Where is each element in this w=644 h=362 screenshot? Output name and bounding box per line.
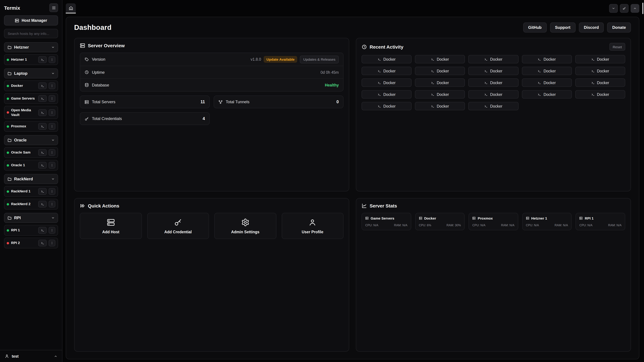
recent-activity-item[interactable]: Docker <box>415 90 465 98</box>
recent-activity-item[interactable]: Docker <box>362 55 412 63</box>
scrollbar-thumb[interactable] <box>642 3 643 14</box>
host-manager-button[interactable]: Host Manager <box>4 15 58 25</box>
header-nav-button[interactable]: GitHub <box>523 22 546 32</box>
host-terminal-button[interactable] <box>38 227 46 234</box>
chevron-down-icon[interactable] <box>51 45 55 49</box>
host-item[interactable]: RPI 1 <box>4 225 58 236</box>
host-item[interactable]: Oracle Sam <box>4 147 58 158</box>
terminal-icon <box>41 111 44 114</box>
terminal-icon <box>431 81 434 84</box>
tab-scroll-down-button[interactable] <box>609 4 618 13</box>
terminal-icon <box>378 93 381 96</box>
host-terminal-button[interactable] <box>38 162 46 169</box>
host-item[interactable]: RPI 2 <box>4 238 58 249</box>
host-kebab-menu-button[interactable] <box>49 56 55 63</box>
recent-activity-item[interactable]: Docker <box>362 90 412 98</box>
host-kebab-menu-button[interactable] <box>49 123 55 130</box>
tab-home[interactable] <box>66 3 76 13</box>
host-item[interactable]: Game Servers <box>4 93 58 104</box>
host-item[interactable]: Open Media Vault <box>4 106 58 119</box>
header-nav-button[interactable]: Support <box>550 22 576 32</box>
tab-scroll-up-button[interactable] <box>630 4 639 13</box>
recent-activity-item[interactable]: Docker <box>362 102 412 110</box>
host-item[interactable]: RackNerd 2 <box>4 199 58 210</box>
host-item[interactable]: Docker <box>4 80 58 91</box>
recent-activity-item[interactable]: Docker <box>468 78 518 87</box>
user-menu[interactable]: test <box>0 350 62 362</box>
version-row: Version v1.8.0 Update Available Updates … <box>80 53 343 66</box>
host-terminal-button[interactable] <box>38 109 46 116</box>
recent-activity-item[interactable]: Docker <box>468 90 518 98</box>
host-item[interactable]: Oracle 1 <box>4 160 58 171</box>
recent-activity-item[interactable]: Docker <box>575 78 625 87</box>
sidebar-menu-button[interactable] <box>49 3 58 12</box>
system-info-card: Version v1.8.0 Update Available Updates … <box>80 53 344 91</box>
chevron-down-icon[interactable] <box>51 216 55 220</box>
group-header[interactable]: Hetzner <box>4 42 58 52</box>
group-items: Oracle Sam Oracle 1 <box>4 147 58 171</box>
group-header[interactable]: RackNerd <box>4 174 58 184</box>
recent-activity-item[interactable]: Docker <box>362 78 412 87</box>
host-kebab-menu-button[interactable] <box>49 82 55 89</box>
host-group-oracle: Oracle Oracle Sam Oracle 1 <box>4 135 58 171</box>
host-item[interactable]: Proxmox <box>4 121 58 132</box>
host-kebab-menu-button[interactable] <box>49 188 55 195</box>
host-kebab-menu-button[interactable] <box>49 149 55 156</box>
host-kebab-menu-button[interactable] <box>49 201 55 208</box>
host-kebab-menu-button[interactable] <box>49 240 55 247</box>
recent-activity-item[interactable]: Docker <box>415 102 465 110</box>
recent-activity-item[interactable]: Docker <box>415 55 465 63</box>
host-terminal-button[interactable] <box>38 188 46 195</box>
header-nav-button[interactable]: Discord <box>579 22 604 32</box>
recent-activity-item[interactable]: Docker <box>362 67 412 75</box>
add-credential-button[interactable]: Add Credential <box>147 213 209 239</box>
recent-activity-item[interactable]: Docker <box>575 67 625 75</box>
recent-activity-item[interactable]: Docker <box>468 102 518 110</box>
recent-activity-item[interactable]: Docker <box>522 90 572 98</box>
updates-releases-button[interactable]: Updates & Releases <box>300 55 339 63</box>
recent-activity-item[interactable]: Docker <box>522 67 572 75</box>
host-terminal-button[interactable] <box>38 149 46 156</box>
recent-activity-item[interactable]: Docker <box>575 90 625 98</box>
reset-button[interactable]: Reset <box>609 43 625 51</box>
host-terminal-button[interactable] <box>38 240 46 247</box>
terminal-icon <box>41 242 44 245</box>
host-terminal-button[interactable] <box>38 123 46 130</box>
group-header[interactable]: RPI <box>4 213 58 223</box>
host-terminal-button[interactable] <box>38 95 46 102</box>
database-row: Database Healthy <box>80 78 343 91</box>
ssh-keys-button[interactable] <box>620 4 628 13</box>
group-header[interactable]: Oracle <box>4 135 58 145</box>
user-profile-button[interactable]: User Profile <box>282 213 344 239</box>
chevron-down-icon[interactable] <box>51 177 55 181</box>
host-kebab-menu-button[interactable] <box>49 109 55 116</box>
terminal-icon <box>378 57 381 61</box>
recent-activity-item[interactable]: Docker <box>468 67 518 75</box>
recent-activity-item[interactable]: Docker <box>522 55 572 63</box>
header-nav-button[interactable]: Donate <box>607 22 631 32</box>
recent-activity-item[interactable]: Docker <box>522 78 572 87</box>
group-header[interactable]: Laptop <box>4 68 58 78</box>
host-terminal-button[interactable] <box>38 201 46 208</box>
admin-settings-button[interactable]: Admin Settings <box>214 213 276 239</box>
chevron-down-icon[interactable] <box>51 139 55 142</box>
chevron-down-icon[interactable] <box>51 72 55 75</box>
host-kebab-menu-button[interactable] <box>49 162 55 169</box>
add-host-button[interactable]: Add Host <box>80 213 142 239</box>
folder-icon <box>8 138 12 142</box>
recent-activity-item[interactable]: Docker <box>415 67 465 75</box>
host-kebab-menu-button[interactable] <box>49 227 55 234</box>
host-terminal-button[interactable] <box>38 56 46 63</box>
server-overview-panel: Server Overview Version v1.8.0 Update Av… <box>74 38 349 191</box>
panel-title: Quick Actions <box>88 203 119 209</box>
recent-activity-item[interactable]: Docker <box>415 78 465 87</box>
host-item[interactable]: RackNerd 1 <box>4 186 58 197</box>
host-item[interactable]: Hetzner 1 <box>4 54 58 65</box>
recent-activity-item[interactable]: Docker <box>575 55 625 63</box>
tab-actions <box>609 4 639 13</box>
host-kebab-menu-button[interactable] <box>49 95 55 102</box>
stat-ram: RAM: N/A <box>501 224 514 227</box>
recent-activity-item[interactable]: Docker <box>468 55 518 63</box>
search-input[interactable] <box>4 29 58 38</box>
host-terminal-button[interactable] <box>38 82 46 89</box>
